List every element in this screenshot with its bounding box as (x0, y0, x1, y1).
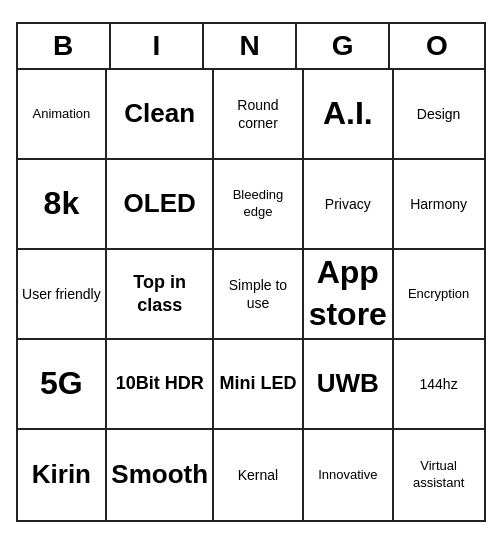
bingo-card: BINGO AnimationCleanRound cornerA.I.Desi… (16, 22, 486, 522)
bingo-cell-22: Kernal (214, 430, 304, 520)
bingo-cell-6: OLED (107, 160, 214, 250)
bingo-cell-18: UWB (304, 340, 394, 430)
bingo-cell-19: 144hz (394, 340, 484, 430)
bingo-header: BINGO (18, 24, 484, 70)
bingo-cell-3: A.I. (304, 70, 394, 160)
bingo-cell-10: User friendly (18, 250, 108, 340)
bingo-cell-20: Kirin (18, 430, 108, 520)
bingo-cell-1: Clean (107, 70, 214, 160)
bingo-cell-13: App store (304, 250, 394, 340)
bingo-cell-0: Animation (18, 70, 108, 160)
bingo-cell-2: Round corner (214, 70, 304, 160)
bingo-cell-23: Innovative (304, 430, 394, 520)
bingo-cell-4: Design (394, 70, 484, 160)
bingo-cell-5: 8k (18, 160, 108, 250)
bingo-cell-16: 10Bit HDR (107, 340, 214, 430)
header-letter-n: N (204, 24, 297, 68)
header-letter-i: I (111, 24, 204, 68)
bingo-cell-12: Simple to use (214, 250, 304, 340)
bingo-cell-9: Harmony (394, 160, 484, 250)
header-letter-b: B (18, 24, 111, 68)
bingo-cell-14: Encryption (394, 250, 484, 340)
bingo-cell-15: 5G (18, 340, 108, 430)
bingo-grid: AnimationCleanRound cornerA.I.Design8kOL… (18, 70, 484, 520)
bingo-cell-11: Top in class (107, 250, 214, 340)
bingo-cell-8: Privacy (304, 160, 394, 250)
bingo-cell-17: Mini LED (214, 340, 304, 430)
bingo-cell-24: Virtual assistant (394, 430, 484, 520)
bingo-cell-21: Smooth (107, 430, 214, 520)
bingo-cell-7: Bleeding edge (214, 160, 304, 250)
header-letter-g: G (297, 24, 390, 68)
header-letter-o: O (390, 24, 483, 68)
